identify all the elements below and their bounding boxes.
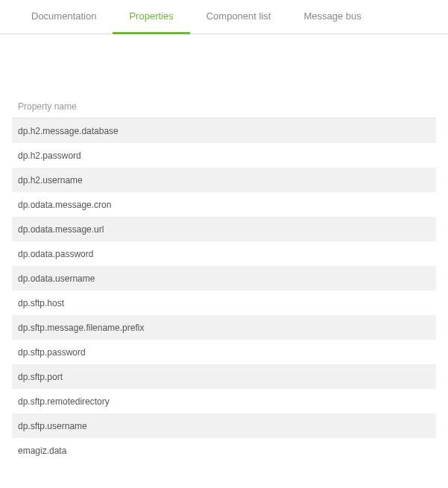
table-row[interactable]: dp.sftp.password xyxy=(12,340,436,364)
tab-documentation[interactable]: Documentation xyxy=(15,0,113,34)
content-area: Property name dp.h2.message.database dp.… xyxy=(0,34,448,463)
table-row[interactable]: dp.sftp.remotedirectory xyxy=(12,389,436,413)
table-row[interactable]: dp.h2.username xyxy=(12,168,436,192)
table-row[interactable]: dp.sftp.port xyxy=(12,364,436,389)
tab-properties[interactable]: Properties xyxy=(113,0,189,34)
table-row[interactable]: dp.odata.password xyxy=(12,241,436,266)
properties-table: dp.h2.message.database dp.h2.password dp… xyxy=(12,118,436,463)
tab-message-bus[interactable]: Message bus xyxy=(287,0,377,34)
tab-bar: Documentation Properties Component list … xyxy=(0,0,448,34)
table-row[interactable]: dp.odata.username xyxy=(12,266,436,291)
column-header-property-name[interactable]: Property name xyxy=(12,101,436,118)
table-row[interactable]: dp.odata.message.cron xyxy=(12,192,436,217)
table-row[interactable]: dp.odata.message.url xyxy=(12,217,436,241)
table-row[interactable]: emagiz.data xyxy=(12,438,436,463)
table-row[interactable]: dp.sftp.username xyxy=(12,413,436,438)
tab-component-list[interactable]: Component list xyxy=(190,0,288,34)
table-row[interactable]: dp.sftp.host xyxy=(12,291,436,315)
table-row[interactable]: dp.h2.password xyxy=(12,143,436,168)
table-row[interactable]: dp.h2.message.database xyxy=(12,118,436,143)
table-row[interactable]: dp.sftp.message.filename.prefix xyxy=(12,315,436,340)
